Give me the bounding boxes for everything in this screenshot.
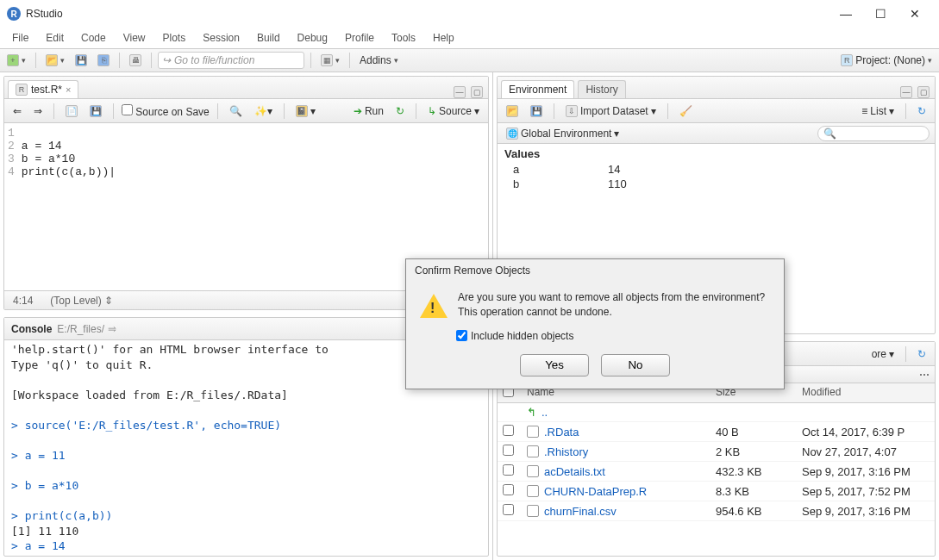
minimize-pane-icon[interactable]: — <box>900 86 912 98</box>
menu-session[interactable]: Session <box>196 30 247 46</box>
save-workspace-button[interactable]: 💾 <box>527 103 546 119</box>
file-checkbox[interactable] <box>503 504 514 515</box>
window-title: RStudio <box>26 8 63 20</box>
menu-edit[interactable]: Edit <box>39 30 71 46</box>
menu-help[interactable]: Help <box>426 30 461 46</box>
file-row[interactable]: churnFinal.csv954.6 KBSep 9, 2017, 3:16 … <box>498 501 935 521</box>
tab-history[interactable]: History <box>578 80 625 98</box>
find-button[interactable]: 🔍 <box>226 103 246 119</box>
tab-environment[interactable]: Environment <box>501 80 574 98</box>
clear-workspace-button[interactable]: 🧹 <box>676 103 696 119</box>
back-button[interactable]: ⇐ <box>9 103 25 119</box>
env-row[interactable]: a14 <box>498 162 935 177</box>
close-tab-icon[interactable]: × <box>66 84 71 95</box>
scope-selector[interactable]: (Top Level) ⇕ <box>50 295 113 307</box>
file-row[interactable]: .RData40 BOct 14, 2017, 6:39 P <box>498 422 935 442</box>
yes-button[interactable]: Yes <box>520 354 589 376</box>
file-checkbox[interactable] <box>503 484 514 495</box>
window-titlebar: R RStudio — ☐ ✕ <box>0 0 939 28</box>
app-menubar: File Edit Code View Plots Session Build … <box>0 28 939 48</box>
env-search-input[interactable]: 🔍 <box>817 126 930 141</box>
confirm-remove-dialog: Confirm Remove Objects Are you sure you … <box>405 258 785 389</box>
minimize-button[interactable]: — <box>829 7 863 21</box>
cursor-position: 4:14 <box>13 295 33 307</box>
include-hidden-checkbox[interactable] <box>456 330 467 341</box>
main-toolbar: +▾ 📂▾ 💾 ⎘ 🖶 ↪Go to file/function ▦▾ Addi… <box>0 48 939 72</box>
addins-button[interactable]: Addins ▾ <box>356 53 402 68</box>
file-row[interactable]: CHURN-DataPrep.R8.3 KBSep 5, 2017, 7:52 … <box>498 482 935 501</box>
import-dataset-button[interactable]: ⇩ Import Dataset ▾ <box>562 103 660 119</box>
maximize-pane-icon[interactable]: ▢ <box>917 86 930 98</box>
r-file-icon: R <box>16 84 28 96</box>
file-row[interactable]: acDetails.txt432.3 KBSep 9, 2017, 3:16 P… <box>498 462 935 482</box>
files-menu-button[interactable]: ⋯ <box>919 369 930 381</box>
maximize-button[interactable]: ☐ <box>863 7 898 21</box>
menu-profile[interactable]: Profile <box>338 30 381 46</box>
file-checkbox[interactable] <box>503 445 514 456</box>
file-icon <box>527 485 539 497</box>
file-checkbox[interactable] <box>503 425 514 436</box>
print-button[interactable]: 🖶 <box>126 53 145 68</box>
run-button[interactable]: ➔ Run <box>350 103 387 119</box>
file-icon <box>527 445 539 457</box>
list-view-button[interactable]: ≡ List ▾ <box>858 103 898 119</box>
file-icon <box>527 505 539 517</box>
dialog-message: Are you sure you want to remove all obje… <box>458 290 770 320</box>
file-row[interactable]: .Rhistory2 KBNov 27, 2017, 4:07 <box>498 442 935 462</box>
project-menu[interactable]: R Project: (None) ▾ <box>837 53 936 68</box>
rerun-button[interactable]: ↻ <box>392 103 408 119</box>
no-button[interactable]: No <box>601 354 670 376</box>
forward-button[interactable]: ⇒ <box>30 103 46 119</box>
maximize-pane-icon[interactable]: ▢ <box>471 86 483 98</box>
warning-icon <box>420 294 448 318</box>
refresh-env-button[interactable]: ↻ <box>914 103 930 119</box>
goto-file-input[interactable]: ↪Go to file/function <box>158 52 304 69</box>
menu-build[interactable]: Build <box>250 30 287 46</box>
include-hidden-label: Include hidden objects <box>471 330 573 342</box>
tab-label: test.R* <box>31 84 62 96</box>
more-button[interactable]: ore ▾ <box>868 346 898 362</box>
close-button[interactable]: ✕ <box>898 7 932 21</box>
file-icon <box>527 465 539 477</box>
open-file-button[interactable]: 📂▾ <box>42 53 68 68</box>
file-checkbox[interactable] <box>503 464 514 476</box>
show-doc-button[interactable]: 📄 <box>62 103 81 119</box>
minimize-pane-icon[interactable]: — <box>454 86 466 98</box>
wand-button[interactable]: ✨▾ <box>251 103 276 119</box>
menu-file[interactable]: File <box>5 30 35 46</box>
save-button[interactable]: 💾 <box>72 53 91 68</box>
file-row[interactable]: ↰ .. <box>498 403 935 422</box>
file-icon <box>527 426 539 438</box>
source-on-save-checkbox[interactable]: Source on Save <box>122 104 210 118</box>
editor-toolbar: ⇐ ⇒ 📄 💾 Source on Save 🔍 ✨▾ 📓▾ ➔ Run ↻ ↳… <box>4 99 488 123</box>
load-workspace-button[interactable]: 📂 <box>503 103 522 119</box>
menu-debug[interactable]: Debug <box>291 30 335 46</box>
console-tab[interactable]: Console <box>11 323 52 335</box>
refresh-files-button[interactable]: ↻ <box>914 346 930 362</box>
grid-button[interactable]: ▦▾ <box>317 53 343 68</box>
menu-plots[interactable]: Plots <box>156 30 193 46</box>
notebook-button[interactable]: 📓▾ <box>292 103 319 119</box>
save-file-button[interactable]: 💾 <box>86 103 105 119</box>
menu-code[interactable]: Code <box>74 30 113 46</box>
dialog-title: Confirm Remove Objects <box>406 259 784 282</box>
save-all-button[interactable]: ⎘ <box>94 53 113 68</box>
env-section-values: Values <box>498 146 935 162</box>
env-scope-button[interactable]: 🌐 Global Environment ▾ <box>503 126 623 141</box>
rstudio-logo-icon: R <box>7 7 21 21</box>
new-file-button[interactable]: +▾ <box>3 53 29 68</box>
tab-testr[interactable]: R test.R* × <box>8 80 78 98</box>
console-path: E:/R_files/ <box>57 323 104 335</box>
source-button[interactable]: ↳ Source ▾ <box>424 103 483 119</box>
menu-view[interactable]: View <box>116 30 153 46</box>
env-row[interactable]: b110 <box>498 177 935 191</box>
menu-tools[interactable]: Tools <box>385 30 423 46</box>
